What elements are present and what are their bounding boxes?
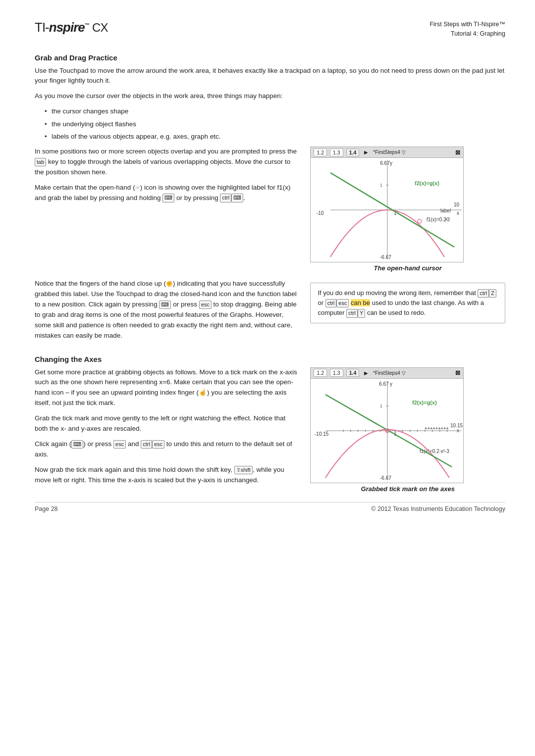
svg-text:-10.15: -10.15: [315, 431, 329, 437]
svg-rect-31: [343, 430, 344, 432]
footer-copyright: © 2012 Texas Instruments Education Techn…: [371, 505, 505, 512]
section1-drag-para: Notice that the fingers of the hand clos…: [35, 279, 298, 341]
graph2-box: 1.2 1.3 1.4 ▶ *FirstSteps4 ▽ ⊠ 6.67 y -1…: [310, 367, 464, 483]
svg-text:-6.67: -6.67: [380, 254, 391, 260]
svg-text:y: y: [390, 381, 392, 387]
svg-text:●●●●●●●●●: ●●●●●●●●●: [425, 426, 449, 431]
page-number: 28: [51, 505, 58, 512]
graph2-svg: 6.67 y -10.15 10.15 1 -6.67 x f1(x)=0.2·…: [311, 379, 464, 483]
tab-key: tab: [35, 158, 46, 166]
svg-text:x: x: [457, 210, 459, 216]
section1-intro: Use the Touchpad to move the arrow aroun…: [35, 66, 505, 87]
svg-text:f2(x)=g(x): f2(x)=g(x): [412, 400, 437, 405]
svg-text:y: y: [390, 160, 392, 166]
section1-tip-col: If you do end up moving the wrong item, …: [310, 279, 505, 346]
graph1-svg: 6.67 y x -10 1 10 label f1(x)=0.2 x -3: [311, 158, 464, 262]
header-line1: First Steps with TI-Nspire™: [429, 20, 505, 29]
header-right: First Steps with TI-Nspire™ Tutorial 4: …: [429, 20, 505, 39]
svg-rect-35: [373, 430, 374, 432]
svg-rect-39: [410, 430, 411, 432]
graph1-header: 1.2 1.3 1.4 ▶ *FirstSteps4 ▽ ⊠: [311, 147, 463, 158]
section2-title: Changing the Axes: [35, 355, 505, 363]
click-key4: ⌨: [71, 440, 83, 449]
section2-para4: Now grab the tick mark again and this ti…: [35, 465, 298, 486]
tab-1-3: 1.3: [330, 149, 343, 156]
bullet2: the underlying object flashes: [45, 119, 505, 129]
graph1-caption: The open-hand cursor: [310, 264, 505, 272]
esc-key3: esc: [113, 440, 126, 449]
svg-text:-10: -10: [317, 210, 324, 216]
tab-1-4: 1.4: [346, 149, 360, 156]
section2-col-left: Get some more practice at grabbing objec…: [35, 367, 298, 493]
ctrl-key3: ctrl: [346, 309, 358, 317]
esc-key2: esc: [336, 299, 349, 307]
click-key1: ⌨: [162, 194, 174, 202]
section2-para2: Grab the tick mark and move gently to th…: [35, 413, 298, 434]
section1-col-left: In some positions two or more screen obj…: [35, 147, 298, 272]
page-footer: Page 28 © 2012 Texas Instruments Educati…: [35, 502, 505, 512]
graph2-caption: Grabbed tick mark on the axes: [310, 485, 505, 493]
svg-text:f1(x)=0.2: f1(x)=0.2: [427, 217, 446, 222]
z-key: Z: [489, 289, 496, 298]
click-key3: ⌨: [159, 301, 171, 309]
svg-rect-32: [350, 430, 351, 432]
svg-text:-6.67: -6.67: [380, 475, 391, 481]
graph2-header: 1.2 1.3 1.4 ▶ *FirstSteps4 ▽ ⊠: [311, 368, 463, 379]
esc-key4: esc: [152, 440, 164, 449]
svg-rect-33: [358, 430, 359, 432]
ctrl-key2: ctrl: [325, 299, 337, 307]
graph1-box: 1.2 1.3 1.4 ▶ *FirstSteps4 ▽ ⊠ 6.67 y x: [310, 147, 464, 262]
section1-para1: In some positions two or more screen obj…: [35, 147, 298, 178]
tab2-1-2: 1.2: [314, 369, 327, 377]
tip-box: If you do end up moving the wrong item, …: [310, 283, 505, 323]
nspire-text: nspire: [49, 20, 85, 35]
header-line2: Tutorial 4: Graphing: [429, 29, 505, 39]
tab-1-2: 1.2: [314, 149, 327, 156]
ti-logo: TI-nspire™ CX: [35, 20, 107, 35]
svg-text:1: 1: [380, 183, 382, 188]
svg-text:label: label: [440, 208, 451, 213]
cx-text: CX: [92, 21, 107, 34]
svg-text:f2(x)=g(x): f2(x)=g(x): [415, 180, 439, 186]
section2-para3: Click again (⌨) or press esc and ctrlesc…: [35, 439, 298, 460]
section1-twocol2: Notice that the fingers of the hand clos…: [35, 279, 505, 346]
bullet3: labels of the various objects appear, e.…: [45, 132, 505, 142]
svg-rect-40: [417, 430, 418, 432]
esc-key1: esc: [199, 301, 212, 309]
svg-rect-34: [365, 430, 366, 432]
section1-intro2: As you move the cursor over the objects …: [35, 91, 505, 101]
ctrl-key4: ctrl: [141, 440, 152, 449]
section2-para1: Get some more practice at grabbing objec…: [35, 367, 298, 409]
svg-rect-38: [402, 430, 403, 432]
tab2-1-3: 1.3: [330, 369, 343, 377]
y-key: Y: [358, 309, 365, 317]
ti-text: TI-: [35, 20, 49, 35]
tab2-1-4: 1.4: [346, 369, 360, 377]
footer-page: Page 28: [35, 505, 58, 512]
ctrl-z-key: ctrl: [478, 289, 489, 298]
svg-point-46: [385, 428, 390, 433]
svg-text:6.67: 6.67: [380, 160, 390, 166]
section1-bullets: the cursor changes shape the underlying …: [45, 106, 505, 142]
section2-twocol: Get some more practice at grabbing objec…: [35, 367, 505, 493]
bullet1: the cursor changes shape: [45, 106, 505, 116]
svg-text:-3: -3: [445, 217, 450, 222]
tip-text: If you do end up moving the wrong item, …: [318, 289, 496, 316]
click-key2: ⌨: [231, 194, 243, 202]
svg-text:1: 1: [380, 403, 382, 408]
section1-drag-text: Notice that the fingers of the hand clos…: [35, 279, 298, 346]
section1-twocol: In some positions two or more screen obj…: [35, 147, 505, 272]
section2-col-right: 1.2 1.3 1.4 ▶ *FirstSteps4 ▽ ⊠ 6.67 y -1…: [310, 367, 505, 493]
section1-col-right: 1.2 1.3 1.4 ▶ *FirstSteps4 ▽ ⊠ 6.67 y x: [310, 147, 505, 272]
svg-text:10: 10: [454, 202, 460, 207]
section1-para2: Make certain that the open-hand (☞) icon…: [35, 183, 298, 203]
ctrl-key1: ctrl: [220, 194, 231, 202]
section1-title: Grab and Drag Practice: [35, 53, 505, 62]
shift-key: ⇧shift: [234, 466, 253, 474]
page-header: TI-nspire™ CX First Steps with TI-Nspire…: [35, 20, 505, 39]
